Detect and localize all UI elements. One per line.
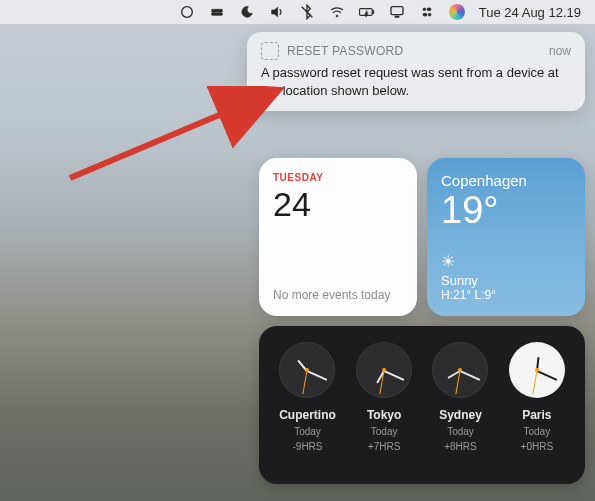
clock-face xyxy=(279,342,335,398)
siri-icon[interactable] xyxy=(449,4,465,20)
notification-title: RESET PASSWORD xyxy=(287,44,541,58)
clock-day-label: Today xyxy=(523,426,550,437)
menubar: Tue 24 Aug 12.19 xyxy=(0,0,595,24)
clock-face xyxy=(432,342,488,398)
clock-city-label: Paris xyxy=(522,408,551,422)
svg-line-13 xyxy=(70,92,274,178)
clock-day-label: Today xyxy=(294,426,321,437)
creative-cloud-icon[interactable] xyxy=(179,4,195,20)
notification-timestamp: now xyxy=(549,44,571,58)
bluetooth-off-icon[interactable] xyxy=(299,4,315,20)
clock-day-label: Today xyxy=(447,426,474,437)
battery-icon[interactable] xyxy=(359,4,375,20)
world-clock-widget[interactable]: Cupertino Today -9HRS Tokyo Today +7HRS … xyxy=(259,326,585,484)
clock-sydney: Sydney Today +8HRS xyxy=(432,342,488,470)
wifi-icon[interactable] xyxy=(329,4,345,20)
do-not-disturb-icon[interactable] xyxy=(239,4,255,20)
notification-header: RESET PASSWORD now xyxy=(261,42,571,60)
weather-condition: Sunny xyxy=(441,273,571,288)
svg-rect-1 xyxy=(211,9,222,12)
svg-point-4 xyxy=(336,15,338,17)
clock-face xyxy=(509,342,565,398)
weather-city: Copenhagen xyxy=(441,172,571,189)
clock-paris: Paris Today +0HRS xyxy=(509,342,565,470)
notification-body: A password reset request was sent from a… xyxy=(261,64,571,99)
clock-cupertino: Cupertino Today -9HRS xyxy=(279,342,336,470)
svg-rect-2 xyxy=(211,13,222,16)
svg-point-11 xyxy=(428,13,431,16)
svg-rect-8 xyxy=(395,16,399,17)
menubar-datetime[interactable]: Tue 24 Aug 12.19 xyxy=(479,5,581,20)
clock-city-label: Tokyo xyxy=(367,408,401,422)
disk-icon[interactable] xyxy=(209,4,225,20)
volume-icon[interactable] xyxy=(269,4,285,20)
clock-offset-label: +7HRS xyxy=(368,441,401,452)
clock-day-label: Today xyxy=(371,426,398,437)
clock-city-label: Sydney xyxy=(439,408,482,422)
notification-banner[interactable]: RESET PASSWORD now A password reset requ… xyxy=(247,32,585,111)
weather-high-low: H:21° L:9° xyxy=(441,288,571,302)
clock-offset-label: +0HRS xyxy=(521,441,554,452)
clock-city-label: Cupertino xyxy=(279,408,336,422)
weather-widget[interactable]: Copenhagen 19° ☀︎ Sunny H:21° L:9° xyxy=(427,158,585,316)
svg-rect-12 xyxy=(423,13,427,16)
notification-app-icon xyxy=(261,42,279,60)
calendar-day-label: TUESDAY xyxy=(273,172,403,183)
calendar-widget[interactable]: TUESDAY 24 No more events today xyxy=(259,158,417,316)
clock-offset-label: +8HRS xyxy=(444,441,477,452)
svg-point-0 xyxy=(181,7,192,18)
svg-point-9 xyxy=(423,8,426,11)
calendar-events-text: No more events today xyxy=(273,288,403,302)
clock-tokyo: Tokyo Today +7HRS xyxy=(356,342,412,470)
screen-mirror-icon[interactable] xyxy=(389,4,405,20)
clock-offset-label: -9HRS xyxy=(292,441,322,452)
svg-rect-7 xyxy=(391,7,403,15)
control-center-icon[interactable] xyxy=(419,4,435,20)
calendar-date-number: 24 xyxy=(273,185,403,224)
widgets-row: TUESDAY 24 No more events today Copenhag… xyxy=(259,158,585,316)
svg-rect-10 xyxy=(427,8,431,11)
sun-icon: ☀︎ xyxy=(441,252,571,271)
svg-rect-6 xyxy=(373,10,374,13)
clock-face xyxy=(356,342,412,398)
weather-temperature: 19° xyxy=(441,191,571,229)
